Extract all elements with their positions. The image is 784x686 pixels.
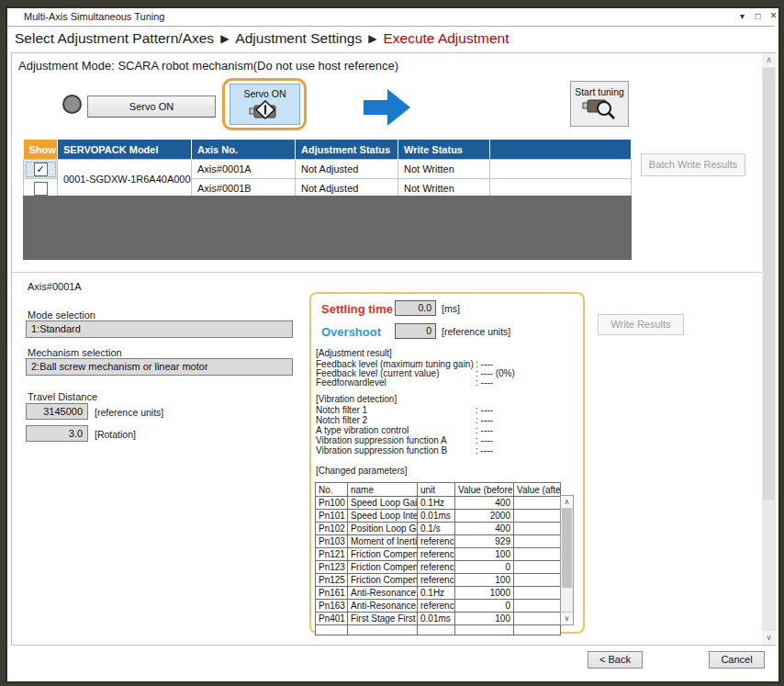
param-unit: 0.1Hz xyxy=(418,497,455,510)
param-value-after xyxy=(514,535,561,548)
param-row: Pn123Friction Compensatreference u0 xyxy=(316,561,561,574)
col-header-axis-no: Axis No. xyxy=(192,140,296,160)
param-row: Pn121Friction Compensatreference u100 xyxy=(316,548,561,561)
screen: Multi-Axis Simultaneous Tuning ▾ □ × Sel… xyxy=(0,0,784,686)
params-header-row: No. name unit Value (before Value (after xyxy=(316,483,561,497)
param-unit: reference u xyxy=(418,600,455,613)
settling-time-field: 0.0 xyxy=(395,300,436,316)
result-line-value: : ---- xyxy=(476,435,493,445)
changed-parameters-header: [Changed parameters] xyxy=(316,466,408,476)
param-value-after xyxy=(514,574,561,587)
scrollbar-thumb[interactable] xyxy=(763,68,775,500)
start-tuning-button[interactable]: Start tuning xyxy=(570,81,629,127)
param-unit: reference u xyxy=(418,561,455,574)
param-value-before: 100 xyxy=(455,574,514,587)
result-line: A type vibration control: ---- xyxy=(316,425,580,435)
param-unit: reference u xyxy=(418,574,455,587)
param-value-before: 0 xyxy=(455,561,514,574)
window-title: Multi-Axis Simultaneous Tuning xyxy=(24,11,164,22)
param-row: Pn101Speed Loop Integra0.01ms2000 xyxy=(316,510,561,523)
param-value-before: 100 xyxy=(455,613,514,625)
param-row: Pn401First Stage First Tor0.01ms100 xyxy=(316,613,561,625)
result-line-value: : ---- xyxy=(476,405,493,415)
main-scrollbar[interactable]: ∧ ∨ xyxy=(762,53,776,645)
param-name: Friction Compensat xyxy=(348,574,418,587)
param-no: Pn121 xyxy=(316,548,348,561)
result-line-value: : ---- xyxy=(476,377,493,388)
col-header-adjustment-status: Adjustment Status xyxy=(296,140,398,160)
rotation-field: 3.0 xyxy=(26,425,88,442)
datagrid-empty-area xyxy=(23,196,632,260)
param-name: First Stage First Tor xyxy=(348,613,418,625)
result-line-label: Vibration suppression function B xyxy=(316,445,476,455)
param-value-after xyxy=(514,561,561,574)
param-unit: reference u xyxy=(418,548,455,561)
overshoot-field: 0 xyxy=(395,323,436,339)
scroll-up-icon[interactable]: ∧ xyxy=(561,496,573,509)
back-button[interactable]: < Back xyxy=(588,651,643,669)
param-no: Pn102 xyxy=(316,523,348,535)
mode-selection-label: Mode selection xyxy=(28,309,95,321)
overshoot-label: Overshoot xyxy=(321,325,381,339)
param-no: Pn103 xyxy=(316,535,348,548)
cancel-button[interactable]: Cancel xyxy=(709,651,765,669)
section-divider xyxy=(12,272,762,273)
maximize-button[interactable]: □ xyxy=(752,9,764,23)
motor-icon xyxy=(249,100,282,121)
param-col-name: name xyxy=(348,483,418,497)
param-name: Anti-Resonance Fre xyxy=(348,587,418,600)
servo-on-icon-button[interactable]: Servo ON xyxy=(230,84,300,125)
col-header-filler xyxy=(490,140,632,160)
result-line-label: A type vibration control xyxy=(316,425,476,435)
result-line: Vibration suppression function B: ---- xyxy=(316,445,580,455)
axes-table: Show SERVOPACK Model Axis No. Adjustment… xyxy=(23,140,632,198)
settling-time-label: Settling time xyxy=(321,302,393,316)
param-value-after xyxy=(514,548,561,561)
param-value-after xyxy=(514,587,561,600)
param-value-before: 2000 xyxy=(455,510,514,523)
result-line-value: : ---- xyxy=(476,425,493,435)
servo-on-button[interactable]: Servo ON xyxy=(87,96,216,118)
travel-distance-field: 3145000 xyxy=(26,403,88,420)
servopack-model-cell: 0001-SGDXW-1R6A40A000070 xyxy=(58,160,192,198)
param-unit: reference u xyxy=(418,535,455,548)
scroll-up-icon[interactable]: ∧ xyxy=(762,53,776,67)
axes-table-header-row: Show SERVOPACK Model Axis No. Adjustment… xyxy=(24,140,632,160)
param-value-after xyxy=(514,497,561,510)
filler-cell xyxy=(490,160,632,179)
result-line: Notch filter 1: ---- xyxy=(316,405,580,415)
param-no: Pn161 xyxy=(316,587,348,600)
result-line-label: Vibration suppression function A xyxy=(316,435,476,445)
next-step-arrow-icon xyxy=(364,88,411,127)
breadcrumb-arrow-icon: ▶ xyxy=(214,32,235,45)
param-no: Pn101 xyxy=(316,510,348,523)
scrollbar-thumb[interactable] xyxy=(562,509,572,588)
param-name: Position Loop Gain xyxy=(348,523,418,535)
params-table-scrollbar[interactable]: ∧ ∨ xyxy=(560,495,574,625)
scroll-down-icon[interactable]: ∨ xyxy=(762,631,776,645)
show-checkbox-axis-0001b[interactable] xyxy=(34,182,48,196)
param-value-before: 1000 xyxy=(455,587,514,600)
servo-status-indicator xyxy=(62,95,82,114)
breadcrumb-step-adjustment-settings: Adjustment Settings xyxy=(235,30,362,46)
axis-detail-title: Axis#0001A xyxy=(28,281,82,292)
table-row: ✓ 0001-SGDXW-1R6A40A000070 Axis#0001A No… xyxy=(24,160,632,179)
result-line-label: Notch filter 1 xyxy=(316,405,476,415)
minimize-button[interactable]: ▾ xyxy=(736,9,748,23)
show-checkbox-axis-0001a[interactable]: ✓ xyxy=(34,163,48,176)
travel-distance-label: Travel Distance xyxy=(28,391,97,402)
scroll-down-icon[interactable]: ∨ xyxy=(561,612,573,624)
result-line-value: : ---- xyxy=(476,415,493,425)
param-value-before: 100 xyxy=(455,548,514,561)
servo-on-icon-button-label: Servo ON xyxy=(230,88,299,99)
start-tuning-button-label: Start tuning xyxy=(571,86,628,97)
breadcrumb: Select Adjustment Pattern/Axes▶Adjustmen… xyxy=(15,30,509,47)
close-button[interactable]: × xyxy=(767,9,779,23)
param-value-after xyxy=(514,510,561,523)
write-results-button[interactable]: Write Results xyxy=(598,314,684,335)
param-no: Pn163 xyxy=(316,600,348,613)
result-line-label: Feedforwardlevel xyxy=(316,377,476,388)
show-checkbox-cell: ✓ xyxy=(24,160,58,179)
batch-write-results-button[interactable]: Batch Write Results xyxy=(641,153,745,176)
param-col-value-before: Value (before xyxy=(455,483,514,497)
